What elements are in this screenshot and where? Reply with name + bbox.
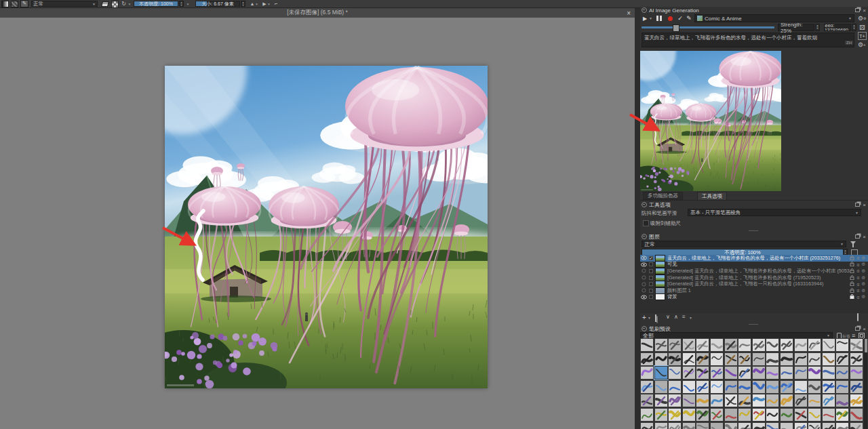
- brush-preset[interactable]: [766, 380, 779, 394]
- brush-preset[interactable]: [668, 352, 682, 366]
- layer-row[interactable]: 背景α⚙: [640, 294, 868, 301]
- eraser-mode-icon[interactable]: [102, 1, 108, 7]
- brush-preset[interactable]: [766, 394, 779, 407]
- brush-preset[interactable]: [752, 352, 766, 366]
- brush-preset[interactable]: [752, 338, 766, 352]
- brush-preset[interactable]: [780, 352, 793, 366]
- brush-preset[interactable]: [710, 380, 724, 394]
- strength-spinbox[interactable]: Strength: 25%: [778, 24, 814, 31]
- brush-preset[interactable]: [682, 338, 696, 352]
- brush-preset[interactable]: [835, 352, 849, 366]
- layer-row[interactable]: 可见α⚙: [640, 262, 868, 268]
- alpha-lock-icon[interactable]: α: [856, 268, 859, 273]
- brush-preset[interactable]: [696, 408, 709, 422]
- alpha-lock-icon[interactable]: α: [856, 282, 859, 287]
- brush-preset[interactable]: [654, 422, 668, 429]
- brush-preset[interactable]: [794, 422, 808, 429]
- brush-preset[interactable]: [808, 422, 821, 429]
- move-layer-up-button[interactable]: ∧: [674, 314, 678, 320]
- brush-preset[interactable]: [822, 422, 835, 429]
- brush-preset[interactable]: [668, 380, 682, 394]
- brush-preset[interactable]: [822, 408, 835, 422]
- brush-preset[interactable]: [850, 408, 863, 422]
- float-panel-icon[interactable]: [855, 234, 860, 239]
- brush-preset[interactable]: [794, 366, 808, 380]
- alpha-lock-icon[interactable]: α: [856, 275, 859, 280]
- pattern-chooser-icon[interactable]: [11, 1, 18, 7]
- brush-preset[interactable]: [835, 380, 849, 394]
- brush-preset[interactable]: [710, 394, 724, 407]
- layer-lock-icon[interactable]: [850, 275, 854, 281]
- brush-preset[interactable]: [724, 408, 738, 422]
- brush-preset[interactable]: [724, 380, 738, 394]
- brush-preset[interactable]: [710, 422, 724, 429]
- layer-visibility-icon[interactable]: [640, 295, 648, 300]
- layer-visibility-icon[interactable]: [640, 268, 648, 273]
- tab-color-picker[interactable]: 多功能拾色器: [643, 192, 683, 200]
- alpha-lock-icon[interactable]: α: [856, 295, 859, 300]
- chevron-down-icon[interactable]: ▼: [648, 316, 651, 320]
- brush-preset[interactable]: [780, 394, 793, 407]
- brush-preset[interactable]: [668, 394, 682, 407]
- strength-slider-track[interactable]: [642, 26, 774, 28]
- brush-preset[interactable]: [696, 380, 709, 394]
- layer-select-checkbox[interactable]: [648, 282, 654, 287]
- brush-preset[interactable]: [738, 352, 751, 366]
- close-document-icon[interactable]: ×: [627, 8, 631, 18]
- brush-preset[interactable]: [808, 338, 821, 352]
- settings-gear-icon[interactable]: ⚙⚙: [858, 15, 867, 22]
- brush-preset[interactable]: [696, 338, 709, 352]
- brush-preset[interactable]: [835, 422, 849, 429]
- brush-preset[interactable]: [682, 352, 696, 366]
- brush-preset[interactable]: [850, 394, 863, 407]
- collapse-icon[interactable]: [642, 202, 647, 207]
- chevron-down-icon[interactable]: ▼: [186, 1, 190, 7]
- pause-icon[interactable]: [656, 16, 658, 21]
- wrap-around-icon[interactable]: ⌐: [273, 1, 279, 7]
- layer-select-checkbox[interactable]: ✓: [648, 256, 654, 260]
- brush-preset[interactable]: [794, 408, 808, 422]
- brush-preset[interactable]: [766, 422, 779, 429]
- layer-settings-icon[interactable]: ⚙: [861, 275, 865, 281]
- style-settings-gear-icon[interactable]: ⚙+: [858, 41, 866, 48]
- mirror-vertical-icon[interactable]: ▶: [262, 1, 267, 7]
- brush-preset[interactable]: [752, 394, 766, 407]
- layer-row[interactable]: ✓蓝天白云，绿草地上，飞翔着许多粉色的水母，远处有一个小村庄 (20332512…: [640, 255, 868, 262]
- brush-preset[interactable]: [738, 408, 751, 422]
- brush-preset[interactable]: [654, 408, 668, 422]
- brush-preset[interactable]: [808, 352, 821, 366]
- layer-settings-icon[interactable]: ⚙: [861, 256, 865, 261]
- brush-preset[interactable]: [794, 394, 808, 407]
- brush-preset[interactable]: [724, 352, 738, 366]
- brush-preset[interactable]: [794, 380, 808, 394]
- brush-preset[interactable]: [752, 422, 766, 429]
- brush-preset[interactable]: [640, 408, 654, 422]
- brush-preset[interactable]: [766, 338, 779, 352]
- splitter-handle[interactable]: [749, 230, 758, 231]
- layer-settings-icon[interactable]: ⚙: [861, 262, 865, 267]
- brush-preset[interactable]: [766, 408, 779, 422]
- brush-preset[interactable]: [780, 408, 793, 422]
- layer-blend-mode-select[interactable]: 正常 ▼: [642, 241, 846, 247]
- brush-preset[interactable]: [766, 352, 779, 366]
- brush-preset[interactable]: [794, 352, 808, 366]
- brush-preset[interactable]: [835, 366, 849, 380]
- brush-preset[interactable]: [780, 366, 793, 380]
- collapse-icon[interactable]: [642, 7, 647, 13]
- brush-preset[interactable]: [752, 408, 766, 422]
- layer-select-checkbox[interactable]: [648, 288, 654, 293]
- brush-preset[interactable]: [682, 422, 696, 429]
- brush-preset[interactable]: [640, 338, 654, 352]
- tab-tool-options[interactable]: 工具选项: [697, 192, 727, 200]
- brush-preset[interactable]: [724, 338, 738, 352]
- brush-preset[interactable]: [654, 352, 668, 366]
- opacity-spinner[interactable]: ▲▼: [179, 1, 184, 7]
- brush-preset[interactable]: [696, 352, 709, 366]
- prompt-textarea[interactable]: 蓝天白云，绿草地上，飞翔着许多粉色的水母，远处有一个小村庄，冒着炊烟: [642, 33, 854, 47]
- brush-preset[interactable]: [766, 366, 779, 380]
- brush-preset[interactable]: [654, 394, 668, 407]
- brush-preset[interactable]: [640, 380, 654, 394]
- brush-preset[interactable]: [850, 352, 863, 366]
- brush-preset[interactable]: [738, 394, 751, 407]
- chevron-down-icon[interactable]: ▼: [267, 1, 271, 7]
